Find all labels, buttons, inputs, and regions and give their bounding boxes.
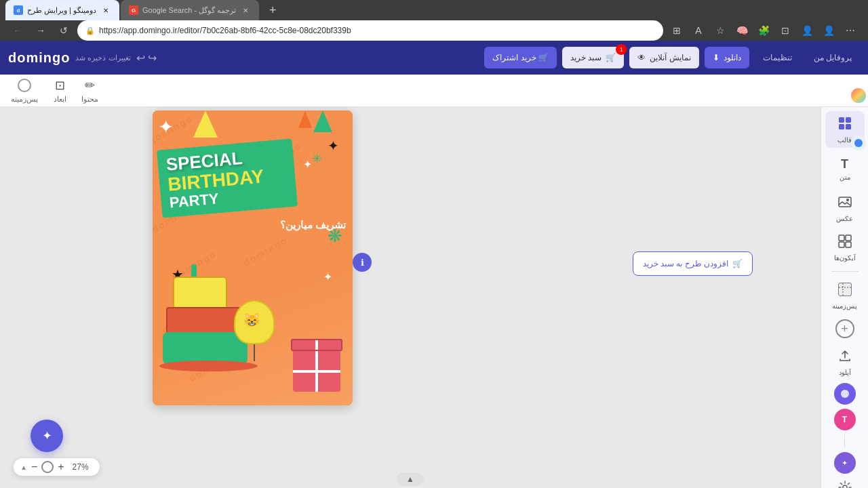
photo-extra-btn[interactable] <box>851 136 866 150</box>
collections-icon[interactable]: ⊡ <box>776 21 795 40</box>
brain-icon[interactable]: 🧠 <box>732 21 751 40</box>
add-to-cart-button[interactable]: 🛒 افزودن طرح به سبد خرید <box>633 251 753 276</box>
nav-icons: ⊞ A ☆ 🧠 🧩 ⊡ 👤 👤 ⋯ <box>667 21 860 40</box>
svg-point-6 <box>854 139 863 147</box>
zoom-controls: ▲ − + 27% <box>14 458 100 476</box>
gift-ribbon-h <box>293 370 340 373</box>
snowflake-2: ✳ <box>312 151 322 166</box>
svg-rect-12 <box>839 283 851 296</box>
canvas-area[interactable]: domingo domingo domingo domingo domingo … <box>0 107 821 488</box>
settings-button[interactable]: تنظیمات <box>755 47 800 68</box>
svg-point-13 <box>841 390 849 398</box>
text-icon: T <box>841 157 848 171</box>
cake-layer-top <box>173 277 227 310</box>
lock-icon: 🔒 <box>85 26 95 35</box>
new-tab-button[interactable]: + <box>263 1 282 20</box>
sidebar-divider-1 <box>831 271 859 272</box>
add-element-button[interactable]: + <box>835 319 854 338</box>
chevron-up-icon: ▲ <box>406 474 414 484</box>
star-small-1: ✦ <box>303 158 312 171</box>
redo-button[interactable]: ↪ <box>148 52 157 64</box>
back-button[interactable]: ← <box>8 21 27 40</box>
scroll-indicator[interactable]: ▲ <box>397 472 424 486</box>
arabic-invitation-text: تشریف میارین؟ <box>280 219 346 231</box>
ai-purple-button[interactable]: ✦ <box>834 452 856 474</box>
saved-label: تغییرات ذخیره شد <box>75 54 130 62</box>
text-label: متن <box>840 174 850 181</box>
svg-point-14 <box>843 485 847 488</box>
tab-label-google: Google Search - ترجمه گوگل <box>142 6 236 15</box>
user-icon[interactable]: 👤 <box>819 21 838 40</box>
more-icon[interactable]: ⋯ <box>841 21 860 40</box>
svg-rect-8 <box>846 235 851 241</box>
tab-google[interactable]: G Google Search - ترجمه گوگل ✕ <box>121 0 259 20</box>
dimensions-label: ابعاد <box>54 95 66 104</box>
cake-layer-mid <box>166 307 241 334</box>
translate-button[interactable]: T <box>834 409 856 430</box>
triangle-yellow <box>193 110 218 138</box>
template-label: قالب <box>837 136 852 144</box>
settings-gear-icon[interactable] <box>835 478 854 488</box>
address-text: https://app.domingo.ir/editor/7b0c26ab-8… <box>99 26 655 35</box>
svg-rect-10 <box>846 242 851 247</box>
profile-sync-icon[interactable]: 👤 <box>797 21 816 40</box>
tab-close-domingo[interactable]: ✕ <box>100 5 111 16</box>
sidebar-item-icons[interactable]: آیکون‌ها <box>825 229 865 266</box>
svg-rect-7 <box>839 235 844 241</box>
refresh-button[interactable]: ↺ <box>54 21 73 40</box>
ai-tool-button[interactable] <box>834 383 856 405</box>
toolbar-dimensions[interactable]: ⊡ ابعاد <box>52 77 68 104</box>
sidebar-item-photo[interactable]: عکس <box>825 190 865 226</box>
sidebar-item-upload[interactable]: آپلود <box>825 344 865 380</box>
gift-body <box>293 351 340 392</box>
zoom-in-icon: + <box>58 461 64 473</box>
editor-main: domingo domingo domingo domingo domingo … <box>0 107 868 488</box>
star-icon[interactable]: ☆ <box>711 21 730 40</box>
download-button[interactable]: ⬇ دانلود <box>705 47 749 68</box>
background-icon <box>16 77 33 94</box>
zoom-out-button[interactable]: − <box>31 461 37 473</box>
gift-box-illustration <box>291 339 342 392</box>
gift-ribbon-top <box>315 340 318 350</box>
address-bar[interactable]: 🔒 https://app.domingo.ir/editor/7b0c26ab… <box>77 20 663 41</box>
cat-string <box>254 344 255 361</box>
tab-domingo[interactable]: d دومینگو | ویرایش طرح ✕ <box>5 0 119 20</box>
toolbar-background[interactable]: پس‌زمینه <box>11 77 38 104</box>
svg-point-5 <box>846 199 849 201</box>
app-container: domingo تغییرات ذخیره شد ↩ ↪ خرید اشتراک… <box>0 41 868 488</box>
font-icon[interactable]: A <box>689 21 708 40</box>
sidebar-item-background[interactable]: پس‌زمینه <box>825 277 865 314</box>
content-icon: ✏ <box>82 77 98 94</box>
upload-icon <box>837 348 852 367</box>
gift-lid <box>291 339 342 351</box>
content-label: محتوا <box>81 95 98 104</box>
extension-icon[interactable]: ⊞ <box>667 21 686 40</box>
zoom-reset-button[interactable] <box>41 461 54 473</box>
svg-rect-3 <box>846 124 851 129</box>
cake-plate <box>159 361 258 371</box>
sidebar-item-text[interactable]: T متن <box>825 150 865 187</box>
preview-button[interactable]: 👁 نمایش آنلاین <box>629 47 698 68</box>
svg-rect-4 <box>839 197 851 207</box>
profile-button[interactable]: پروفایل من <box>806 47 860 68</box>
triangle-orange <box>298 110 312 128</box>
info-badge[interactable]: ℹ <box>353 253 372 272</box>
forward-button[interactable]: → <box>31 21 50 40</box>
svg-rect-0 <box>839 117 844 123</box>
editor-toolbar: پس‌زمینه ⊡ ابعاد ✏ محتوا <box>0 75 868 107</box>
right-sidebar: قالب T متن <box>821 107 868 488</box>
browser-window: d دومینگو | ویرایش طرح ✕ G Google Search… <box>0 0 868 488</box>
svg-rect-2 <box>839 124 844 129</box>
design-card[interactable]: domingo domingo domingo domingo domingo … <box>153 110 353 405</box>
design-banner: SPECIAL BIRTHDAY PARTY <box>157 138 298 218</box>
tab-close-google[interactable]: ✕ <box>240 5 251 16</box>
app-topbar: domingo تغییرات ذخیره شد ↩ ↪ خرید اشتراک… <box>0 41 868 75</box>
zoom-in-button[interactable]: + <box>58 461 64 473</box>
floating-action-button[interactable]: ✦ <box>31 420 63 452</box>
undo-button[interactable]: ↩ <box>136 52 145 64</box>
subscribe-button[interactable]: خرید اشتراک 🛒 <box>484 47 557 68</box>
triangle-teal <box>313 110 332 132</box>
toolbar-content[interactable]: ✏ محتوا <box>81 77 98 104</box>
cart-button[interactable]: 1 سبد خرید 🛒 <box>562 47 624 68</box>
puzzle-icon[interactable]: 🧩 <box>754 21 773 40</box>
